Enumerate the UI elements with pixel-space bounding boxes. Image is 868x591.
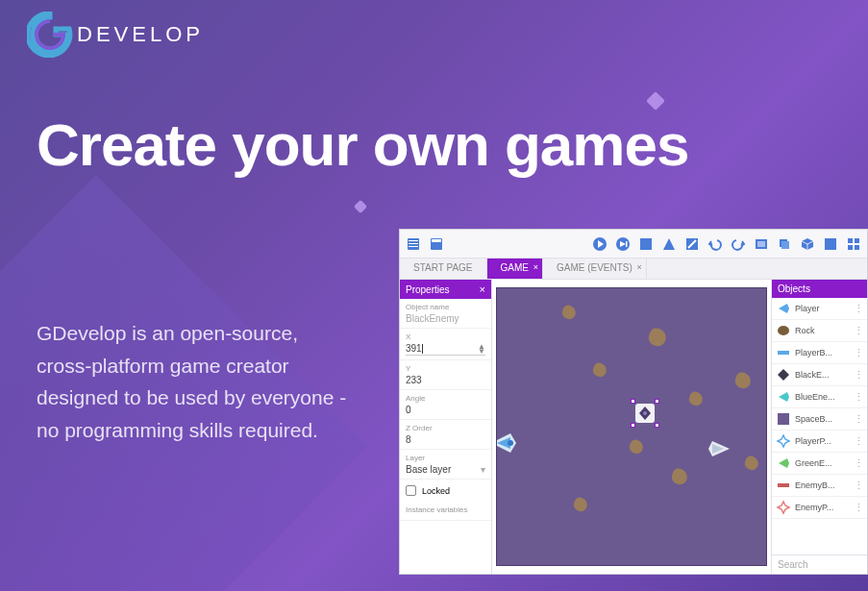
properties-panel: Properties × Object name BlackEnemy X 39… xyxy=(400,280,492,574)
svg-point-21 xyxy=(643,411,647,415)
object-row[interactable]: BlueEne...⋮ xyxy=(772,386,867,408)
close-icon[interactable]: × xyxy=(637,262,642,272)
y-input[interactable]: 233 xyxy=(406,375,485,385)
scene-enemy-ship[interactable] xyxy=(707,438,732,463)
kebab-icon[interactable]: ⋮ xyxy=(854,413,863,426)
object-row[interactable]: EnemyP...⋮ xyxy=(772,497,867,519)
layers-icon[interactable] xyxy=(752,234,771,254)
scene-view[interactable] xyxy=(496,287,767,566)
tab-game-events[interactable]: GAME (EVENTS)× xyxy=(543,259,647,279)
object-name-value: BlackEnemy xyxy=(406,313,485,324)
scene-asteroid[interactable] xyxy=(646,326,668,348)
brand-logo: DEVELOP xyxy=(27,12,204,58)
object-name: GreenE... xyxy=(795,458,850,468)
objects-header: Objects xyxy=(772,280,867,298)
layer-select[interactable]: Base layer ▾ xyxy=(406,464,485,475)
scene-asteroid[interactable] xyxy=(743,455,760,472)
object-thumb-icon xyxy=(776,345,791,360)
object-row[interactable]: PlayerB...⋮ xyxy=(772,342,867,364)
object-thumb-icon xyxy=(776,500,791,515)
object-name: PlayerB... xyxy=(795,348,850,357)
grid-icon[interactable] xyxy=(844,234,863,254)
page-subtext: GDevelop is an open-source, cross-platfo… xyxy=(37,317,354,446)
kebab-icon[interactable]: ⋮ xyxy=(854,435,863,448)
scene-player-ship[interactable] xyxy=(496,431,520,459)
redo-icon[interactable] xyxy=(729,234,748,254)
object-row[interactable]: BlackE...⋮ xyxy=(772,364,867,386)
kebab-icon[interactable]: ⋮ xyxy=(854,369,863,382)
scene-asteroid[interactable] xyxy=(687,390,705,407)
svg-rect-19 xyxy=(855,245,859,250)
preview-icon[interactable] xyxy=(613,234,632,254)
x-input[interactable]: 391 ▲▼ xyxy=(406,343,485,356)
scene-asteroid[interactable] xyxy=(560,304,578,321)
cube-icon[interactable] xyxy=(798,234,817,254)
object-thumb-icon xyxy=(776,478,791,493)
object-name: Rock xyxy=(795,326,850,335)
tab-bar: START PAGE GAME× GAME (EVENTS)× xyxy=(400,259,867,280)
scene-black-enemy-selected[interactable] xyxy=(633,402,657,425)
object-name: PlayerP... xyxy=(795,436,850,446)
copy-icon[interactable] xyxy=(775,234,794,254)
properties-header: Properties × xyxy=(400,280,491,299)
zorder-input[interactable]: 8 xyxy=(406,434,485,445)
logo-g-icon xyxy=(27,12,73,58)
object-thumb-icon xyxy=(776,389,791,405)
svg-rect-2 xyxy=(409,243,418,244)
edit-icon[interactable] xyxy=(682,234,702,254)
menu-icon[interactable] xyxy=(404,234,423,254)
object-row[interactable]: SpaceB...⋮ xyxy=(772,408,867,431)
play-icon[interactable] xyxy=(590,234,609,254)
svg-rect-17 xyxy=(855,238,859,243)
tool-icon-1[interactable] xyxy=(636,234,656,254)
scene-asteroid[interactable] xyxy=(628,438,645,456)
close-icon[interactable]: × xyxy=(533,262,538,272)
instance-vars-label: Instance variables xyxy=(406,505,485,514)
tab-game[interactable]: GAME× xyxy=(487,259,543,279)
chevron-down-icon: ▾ xyxy=(481,464,485,475)
object-row[interactable]: GreenE...⋮ xyxy=(772,453,867,475)
brand-name: DEVELOP xyxy=(77,22,204,47)
svg-rect-16 xyxy=(848,238,853,243)
undo-icon[interactable] xyxy=(706,234,725,254)
x-label: X xyxy=(406,332,485,341)
kebab-icon[interactable]: ⋮ xyxy=(854,480,863,492)
object-name-label: Object name xyxy=(406,303,485,311)
window-icon[interactable] xyxy=(427,234,446,254)
kebab-icon[interactable]: ⋮ xyxy=(854,391,863,404)
tool-icon-2[interactable] xyxy=(659,234,679,254)
app-toolbar xyxy=(400,230,867,259)
kebab-icon[interactable]: ⋮ xyxy=(854,457,863,470)
scene-asteroid[interactable] xyxy=(591,361,608,379)
kebab-icon[interactable]: ⋮ xyxy=(854,303,863,315)
scene-asteroid[interactable] xyxy=(733,371,754,391)
close-icon[interactable]: × xyxy=(480,283,485,295)
app-screenshot: START PAGE GAME× GAME (EVENTS)× Properti… xyxy=(399,229,868,575)
tab-start-page[interactable]: START PAGE xyxy=(400,259,487,279)
workspace: Properties × Object name BlackEnemy X 39… xyxy=(400,280,867,574)
scene-asteroid[interactable] xyxy=(572,496,589,513)
kebab-icon[interactable]: ⋮ xyxy=(854,502,863,514)
object-thumb-icon xyxy=(776,367,791,382)
zorder-label: Z Order xyxy=(406,424,485,432)
svg-rect-8 xyxy=(626,241,628,247)
layer-label: Layer xyxy=(406,454,485,462)
scene-asteroid[interactable] xyxy=(670,467,690,487)
svg-rect-24 xyxy=(778,413,789,425)
svg-rect-1 xyxy=(409,240,418,241)
angle-input[interactable]: 0 xyxy=(406,405,485,415)
object-row[interactable]: PlayerP...⋮ xyxy=(772,431,867,453)
svg-point-22 xyxy=(778,326,789,335)
y-label: Y xyxy=(406,364,485,373)
object-row[interactable]: Player⋮ xyxy=(772,298,867,320)
settings-icon[interactable] xyxy=(821,234,840,254)
checkbox-icon xyxy=(406,485,416,496)
kebab-icon[interactable]: ⋮ xyxy=(854,325,863,337)
locked-checkbox[interactable]: Locked xyxy=(400,480,491,502)
objects-search[interactable]: Search xyxy=(772,554,867,574)
object-row[interactable]: Rock⋮ xyxy=(772,320,867,342)
stepper-icon[interactable]: ▲▼ xyxy=(478,344,485,354)
kebab-icon[interactable]: ⋮ xyxy=(854,347,863,359)
object-row[interactable]: EnemyB...⋮ xyxy=(772,475,867,497)
object-thumb-icon xyxy=(776,301,791,316)
